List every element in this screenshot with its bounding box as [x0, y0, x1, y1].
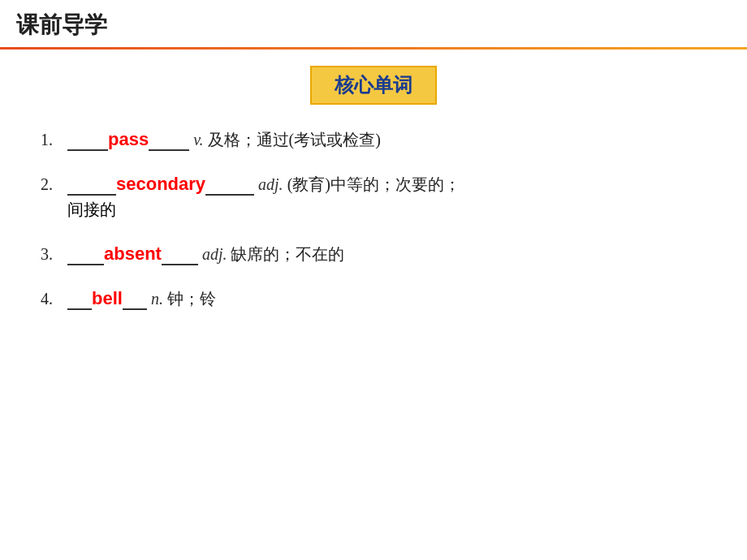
- blank-4a: [67, 290, 92, 310]
- def-text-3: 缺席的；不在的: [231, 245, 344, 263]
- vocab-list: 1. pass v. 及格；通过(考试或检查) 2. secondary adj…: [0, 129, 747, 310]
- definition-4: n. 钟；铃: [151, 288, 216, 310]
- item-number-4: 4.: [41, 290, 61, 308]
- blank-3b: [162, 245, 198, 265]
- item-number-1: 1.: [41, 131, 61, 149]
- definition-1: v. 及格；通过(考试或检查): [193, 129, 381, 151]
- word-2: secondary: [116, 174, 205, 195]
- blank-1b: [149, 131, 189, 151]
- page-title: 课前导学: [16, 10, 107, 41]
- def-extra-2: 间接的: [41, 199, 706, 221]
- pos-1: v.: [193, 131, 203, 149]
- section-title: 核心单词: [310, 66, 437, 105]
- blank-1: [67, 131, 108, 151]
- pos-2: adj.: [258, 175, 283, 193]
- word-3: absent: [104, 243, 162, 265]
- def-text-4: 钟；铃: [167, 290, 216, 308]
- def-text-1: 及格；通过(考试或检查): [208, 131, 381, 149]
- pos-4: n.: [151, 290, 163, 308]
- vocab-item-2: 2. secondary adj. (教育)中等的；次要的； 间接的: [41, 174, 706, 221]
- definition-2: adj. (教育)中等的；次要的；: [258, 174, 460, 196]
- blank-3a: [67, 245, 104, 265]
- item-number-2: 2.: [41, 175, 61, 194]
- def-text-2: (教育)中等的；次要的；: [287, 175, 460, 193]
- vocab-item-4: 4. bell n. 钟；铃: [41, 288, 706, 310]
- word-1: pass: [108, 129, 149, 150]
- definition-3: adj. 缺席的；不在的: [202, 243, 345, 265]
- pos-3: adj.: [202, 245, 227, 263]
- blank-2b: [205, 175, 254, 196]
- blank-4b: [123, 290, 147, 310]
- word-4: bell: [92, 288, 123, 309]
- item-number-3: 3.: [41, 245, 61, 264]
- section-title-container: 核心单词: [0, 66, 747, 105]
- vocab-item-1: 1. pass v. 及格；通过(考试或检查): [41, 129, 706, 151]
- blank-2a: [67, 175, 116, 196]
- vocab-item-3: 3. absent adj. 缺席的；不在的: [41, 243, 706, 265]
- page-header: 课前导学: [0, 0, 747, 50]
